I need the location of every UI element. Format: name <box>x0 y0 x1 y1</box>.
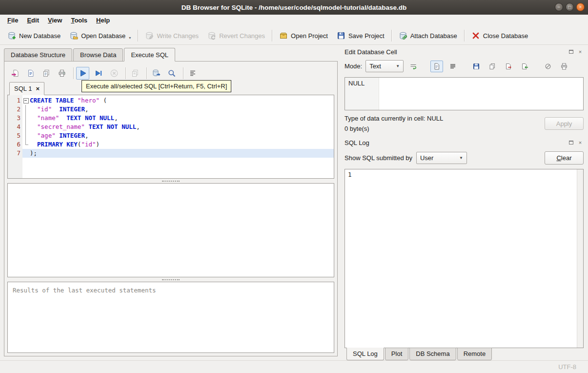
edit-cell-close-button[interactable]: × <box>577 48 584 55</box>
tab-plot[interactable]: Plot <box>385 348 408 360</box>
save-sql-file-button[interactable] <box>24 67 37 80</box>
save-project-label: Save Project <box>348 32 385 40</box>
maximize-button[interactable]: □ <box>566 3 574 11</box>
code-line-1[interactable]: CREATE TABLE "hero" ( <box>22 96 334 105</box>
save-results-icon <box>131 69 140 78</box>
sql-log-area[interactable]: 1 <box>345 169 584 348</box>
mode-value: Text <box>369 62 381 70</box>
cell-type-info: Type of data currently in cell: NULL <box>345 115 545 122</box>
log-filter-select[interactable]: User ▼ <box>416 152 467 164</box>
menu-tools[interactable]: Tools <box>66 15 92 27</box>
cell-info-row: Type of data currently in cell: NULL 0 b… <box>345 115 584 132</box>
set-null-button[interactable] <box>542 61 554 72</box>
save-cell-button[interactable] <box>470 61 483 72</box>
tooltip: Execute all/selected SQL [Ctrl+Return, F… <box>81 80 231 92</box>
justify-mode-button[interactable] <box>446 61 459 72</box>
save-sql-as-button[interactable] <box>40 67 53 80</box>
copy-cell-button[interactable] <box>486 61 499 72</box>
attach-database-button[interactable]: Attach Database <box>394 29 462 42</box>
fold-margin <box>22 131 30 140</box>
menu-edit[interactable]: Edit <box>22 15 43 27</box>
bottom-tab-bar: SQL Log Plot DB Schema Remote <box>345 348 584 360</box>
window-controls: − □ × <box>555 3 585 11</box>
encoding-indicator[interactable]: UTF-8 <box>558 363 576 371</box>
close-window-button[interactable]: × <box>576 3 585 11</box>
cell-editor-body[interactable] <box>379 78 583 110</box>
close-database-button[interactable]: Close Database <box>467 29 533 42</box>
save-sql-file-icon <box>26 69 35 78</box>
find-replace-button[interactable] <box>165 67 178 80</box>
splitter-results-messages[interactable] <box>7 277 334 282</box>
clear-log-button[interactable]: Clear <box>545 151 584 165</box>
open-database-dropdown-icon[interactable]: ▾ <box>129 36 131 40</box>
mode-select[interactable]: Text ▼ <box>365 60 404 72</box>
import-cell-button[interactable] <box>518 61 531 72</box>
text-document-icon <box>433 62 441 70</box>
open-sql-file-button[interactable] <box>8 67 21 80</box>
print-icon <box>58 69 66 78</box>
save-project-button[interactable]: Save Project <box>332 29 389 42</box>
revert-changes-button[interactable]: Revert Changes <box>203 29 269 42</box>
open-database-button[interactable]: Open Database ▾ <box>65 29 135 42</box>
menu-file[interactable]: File <box>3 15 22 27</box>
code-line-5[interactable]: "age" INTEGER, <box>22 131 334 140</box>
edit-cell-float-button[interactable] <box>568 48 574 55</box>
sql-1-tab[interactable]: SQL 1 × <box>9 82 44 95</box>
menu-help[interactable]: Help <box>92 15 114 27</box>
menu-view[interactable]: View <box>43 15 66 27</box>
code-line-3[interactable]: "name" TEXT NOT NULL, <box>22 114 334 123</box>
write-changes-button[interactable]: Write Changes <box>141 29 203 42</box>
print-sql-button[interactable] <box>55 67 68 80</box>
log-filter-label: Show SQL submitted by <box>345 154 412 162</box>
sql-log-float-button[interactable] <box>568 139 574 146</box>
sql-code[interactable]: CREATE TABLE "hero" ( "id" INTEGER, "nam… <box>22 95 334 178</box>
apply-button[interactable]: Apply <box>545 117 584 130</box>
execute-line-button[interactable] <box>92 67 105 80</box>
log-scrollbar[interactable] <box>577 169 583 348</box>
results-grid[interactable] <box>7 183 334 277</box>
word-wrap-button[interactable] <box>407 61 420 72</box>
write-changes-icon <box>145 31 154 40</box>
tab-remote[interactable]: Remote <box>457 348 492 360</box>
sql-editor[interactable]: 1234567 CREATE TABLE "hero" ( "id" INTEG… <box>7 95 334 179</box>
save-results-button[interactable] <box>128 67 142 80</box>
stop-execution-button[interactable] <box>107 67 121 80</box>
code-line-4[interactable]: "secret_name" TEXT NOT NULL, <box>22 123 334 131</box>
sql-log-close-button[interactable]: × <box>577 139 584 146</box>
auto-format-icon <box>188 69 197 78</box>
results-message-pane[interactable]: Results of the last executed statements <box>7 282 334 353</box>
code-line-7[interactable]: ); <box>22 149 334 158</box>
code-line-6[interactable]: PRIMARY KEY("id") <box>22 140 334 149</box>
splitter-grip <box>162 181 180 182</box>
open-project-button[interactable]: Open Project <box>275 29 332 42</box>
chevron-down-icon: ▼ <box>459 156 463 160</box>
tab-execute-sql[interactable]: Execute SQL <box>124 48 175 62</box>
minimize-button[interactable]: − <box>555 3 563 11</box>
cell-editor[interactable]: NULL <box>345 77 584 110</box>
line-number-3: 3 <box>8 114 20 123</box>
close-sql-tab-icon[interactable]: × <box>36 86 40 91</box>
revert-changes-icon <box>207 31 216 40</box>
export-cell-button[interactable] <box>502 61 515 72</box>
splitter-editor-results[interactable] <box>7 179 334 183</box>
edit-cell-toolbar: Mode: Text ▼ <box>345 60 584 72</box>
line-number-2: 2 <box>8 105 20 114</box>
text-mode-button[interactable] <box>430 61 443 72</box>
execute-all-button[interactable] <box>76 67 89 80</box>
new-database-button[interactable]: New Database <box>3 29 65 42</box>
print-cell-button[interactable] <box>558 61 570 72</box>
export-database-button[interactable] <box>149 67 162 80</box>
tab-browse-data[interactable]: Browse Data <box>73 48 123 62</box>
cell-size-info: 0 byte(s) <box>345 125 545 132</box>
tab-database-structure[interactable]: Database Structure <box>4 48 72 62</box>
execute-all-icon <box>79 69 87 78</box>
auto-format-button[interactable] <box>186 67 199 80</box>
results-placeholder: Results of the last executed statements <box>13 287 156 294</box>
fold-collapse-icon[interactable] <box>22 96 30 105</box>
new-database-label: New Database <box>19 32 61 40</box>
tab-db-schema[interactable]: DB Schema <box>409 348 456 360</box>
tab-sql-log[interactable]: SQL Log <box>346 348 384 360</box>
line-number-5: 5 <box>8 131 20 140</box>
title-bar[interactable]: DB Browser for SQLite - /home/user/code/… <box>0 0 588 15</box>
code-line-2[interactable]: "id" INTEGER, <box>22 105 334 114</box>
